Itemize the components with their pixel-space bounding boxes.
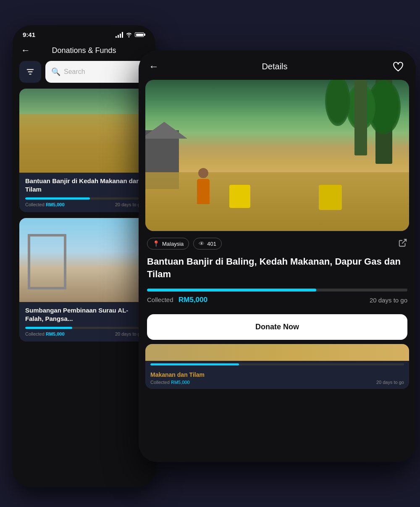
bottom-strip-meta: Collected RM5,000 20 days to go bbox=[145, 380, 409, 385]
card-flood-kedah[interactable]: Bantuan Banjir di Kedah Makanan dan Tila… bbox=[19, 89, 149, 212]
bottom-days: 20 days to go bbox=[376, 380, 404, 385]
card-flood-collected: Collected RM5,000 bbox=[25, 202, 65, 207]
card-construction-title: Sumbangan Pembinaan Surau AL-Falah, Pang… bbox=[25, 306, 143, 323]
bottom-strip-image bbox=[145, 344, 409, 361]
card-construction-progress-fill bbox=[25, 327, 72, 329]
status-icons-back bbox=[116, 32, 145, 38]
back-arrow-icon[interactable]: ← bbox=[21, 45, 30, 56]
tags-row: 📍 Malaysia 👁 401 bbox=[147, 238, 407, 250]
card-construction-meta: Collected RM5,000 20 days to go bbox=[25, 331, 143, 336]
bottom-card-strip[interactable]: Makanan dan Tilam Collected RM5,000 20 d… bbox=[145, 344, 409, 389]
hut-roof-left bbox=[145, 122, 187, 139]
detail-campaign-title: Bantuan Banjir di Baling, Kedah Makanan,… bbox=[147, 255, 407, 280]
filter-icon bbox=[26, 67, 35, 76]
relief-box-2 bbox=[319, 185, 342, 210]
tree-3 bbox=[325, 80, 350, 126]
detail-collected: Collected RM5,000 bbox=[147, 296, 207, 304]
time-back: 9:41 bbox=[23, 31, 35, 38]
card-construction-image bbox=[19, 218, 149, 302]
tree-2 bbox=[346, 84, 375, 130]
location-label: Malaysia bbox=[162, 241, 184, 247]
card-flood-progress-bar bbox=[25, 197, 143, 200]
detail-days: 20 days to go bbox=[370, 297, 407, 304]
detail-body: 📍 Malaysia 👁 401 Bantuan Banjir di Balin… bbox=[139, 231, 416, 340]
signal-icon bbox=[116, 32, 123, 38]
bottom-collected: Collected RM5,000 bbox=[150, 380, 190, 385]
front-phone: ← Details bbox=[139, 50, 416, 462]
detail-screen-title: Details bbox=[159, 62, 391, 71]
card-flood-meta: Collected RM5,000 20 days to go bbox=[25, 202, 143, 207]
search-input-container[interactable]: 🔍 Search bbox=[45, 61, 149, 83]
detail-meta: Collected RM5,000 20 days to go bbox=[147, 296, 407, 304]
card-flood-image bbox=[19, 89, 149, 173]
detail-progress-bar bbox=[147, 289, 407, 292]
views-count: 401 bbox=[207, 241, 216, 247]
card-construction[interactable]: Sumbangan Pembinaan Surau AL-Falah, Pang… bbox=[19, 218, 149, 342]
detail-amount: RM5,000 bbox=[178, 296, 207, 304]
person-head bbox=[198, 168, 208, 178]
card-flood-title: Bantuan Banjir di Kedah Makanan dan Tila… bbox=[25, 177, 143, 193]
share-icon bbox=[398, 238, 407, 247]
favorite-button[interactable] bbox=[391, 59, 406, 74]
card-flood-progress-fill bbox=[25, 197, 90, 200]
person-body bbox=[197, 179, 210, 204]
share-button[interactable] bbox=[398, 238, 407, 250]
back-screen-title: Donations & Funds bbox=[34, 46, 134, 55]
rescue-person-1 bbox=[196, 168, 210, 206]
heart-icon bbox=[393, 61, 404, 71]
bottom-strip-title: Makanan dan Tilam bbox=[145, 369, 409, 380]
search-placeholder-text: Search bbox=[64, 67, 85, 76]
detail-main-image bbox=[145, 80, 409, 231]
views-tag: 👁 401 bbox=[193, 238, 222, 250]
search-icon: 🔍 bbox=[51, 67, 60, 76]
location-tag: 📍 Malaysia bbox=[147, 238, 189, 250]
status-bar-back: 9:41 bbox=[13, 25, 155, 42]
back-nav: ← Donations & Funds bbox=[13, 42, 155, 61]
detail-nav: ← Details bbox=[139, 50, 416, 80]
donate-now-button[interactable]: Donate Now bbox=[147, 314, 407, 340]
card-construction-collected: Collected RM5,000 bbox=[25, 331, 65, 336]
bottom-strip-fill bbox=[150, 363, 239, 365]
relief-box-1 bbox=[229, 185, 250, 208]
card-flood-info: Bantuan Banjir di Kedah Makanan dan Tila… bbox=[19, 173, 149, 212]
search-row: 🔍 Search bbox=[13, 61, 155, 89]
views-icon: 👁 bbox=[199, 240, 205, 247]
wifi-icon bbox=[126, 32, 132, 37]
detail-progress-fill bbox=[147, 289, 316, 292]
water-flood bbox=[145, 172, 409, 231]
filter-button[interactable] bbox=[19, 61, 41, 83]
bottom-strip-progress bbox=[150, 363, 404, 365]
card-construction-progress-bar bbox=[25, 327, 143, 329]
card-construction-info: Sumbangan Pembinaan Surau AL-Falah, Pang… bbox=[19, 302, 149, 342]
back-phone: 9:41 ← Donations & Funds 🔍 Search bbox=[13, 25, 155, 487]
location-icon: 📍 bbox=[152, 240, 160, 247]
battery-icon bbox=[135, 32, 145, 37]
flood-rescue-image bbox=[145, 80, 409, 231]
detail-back-button[interactable]: ← bbox=[149, 60, 159, 72]
